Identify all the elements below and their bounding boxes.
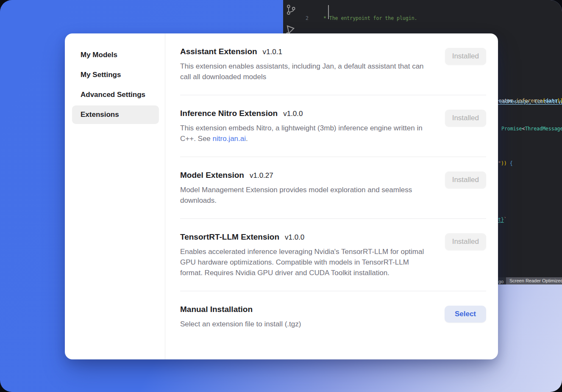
settings-modal: My Models My Settings Advanced Settings … <box>65 33 498 359</box>
settings-sidebar: My Models My Settings Advanced Settings … <box>65 33 165 359</box>
extensions-panel: Assistant Extension v1.0.1 This extensio… <box>165 33 498 359</box>
extension-description: Model Management Extension provides mode… <box>180 185 430 206</box>
extension-version: v1.0.0 <box>285 233 304 242</box>
select-extension-file-button[interactable]: Select <box>445 306 486 323</box>
code-fragment-brace: ")) { <box>498 160 513 167</box>
sidebar-item-my-models[interactable]: My Models <box>72 46 159 64</box>
extension-name: Inference Nitro Extension <box>180 109 278 118</box>
installed-button-assistant[interactable]: Installed <box>445 48 486 65</box>
sidebar-item-label: Extensions <box>81 110 119 119</box>
extension-name: Assistant Extension <box>180 47 257 56</box>
extension-version: v1.0.27 <box>250 171 273 180</box>
code-fragment-template: t}` <box>498 216 507 223</box>
extension-name: TensortRT-LLM Extension <box>180 232 279 242</box>
extension-version: v1.0.0 <box>283 110 303 118</box>
sidebar-item-label: Advanced Settings <box>81 91 145 99</box>
sidebar-item-advanced-settings[interactable]: Advanced Settings <box>72 86 159 104</box>
extension-row-nitro: Inference Nitro Extension v1.0.0 This ex… <box>180 95 486 157</box>
extension-description: This extension enables assistants, inclu… <box>180 61 430 82</box>
manual-installation-row: Manual Installation Select an extension … <box>180 291 486 340</box>
code-fragment-inference: rator.inference(data)); <box>498 97 562 104</box>
extension-version: v1.0.1 <box>263 48 282 56</box>
sidebar-item-extensions[interactable]: Extensions <box>72 105 159 124</box>
nitro-jan-ai-link[interactable]: nitro.jan.ai <box>213 135 246 143</box>
sidebar-item-label: My Models <box>81 51 117 59</box>
extension-description: Enables accelerated inference leveraging… <box>180 246 430 278</box>
code-comment: * The entrypoint for the plugin. <box>314 15 417 22</box>
desktop-background: 2 * The entrypoint for the plugin. 3 */ … <box>0 0 562 392</box>
installed-button-model[interactable]: Installed <box>445 171 486 188</box>
screen-reader-optimized-status[interactable]: Screen Reader Optimized <box>506 277 562 284</box>
status-left-fragment: go <box>498 278 504 284</box>
installed-button-tensorrt[interactable]: Installed <box>445 233 486 250</box>
sidebar-item-label: My Settings <box>81 71 121 79</box>
sidebar-item-my-settings[interactable]: My Settings <box>72 66 159 84</box>
code-fragment-promise: Promise<ThreadMessage> <box>501 125 562 132</box>
extension-row-assistant: Assistant Extension v1.0.1 This extensio… <box>180 33 486 95</box>
extension-name: Model Extension <box>180 171 244 180</box>
extension-row-model: Model Extension v1.0.27 Model Management… <box>180 157 486 219</box>
text-cursor <box>328 5 329 19</box>
manual-installation-description: Select an extension file to install (.tg… <box>180 319 301 329</box>
extension-row-tensorrt: TensortRT-LLM Extension v1.0.0 Enables a… <box>180 219 486 291</box>
installed-button-nitro[interactable]: Installed <box>445 110 486 127</box>
manual-installation-title: Manual Installation <box>180 305 253 314</box>
extension-description: This extension embeds Nitro, a lightweig… <box>180 123 430 144</box>
line-number: 2 <box>283 15 314 22</box>
